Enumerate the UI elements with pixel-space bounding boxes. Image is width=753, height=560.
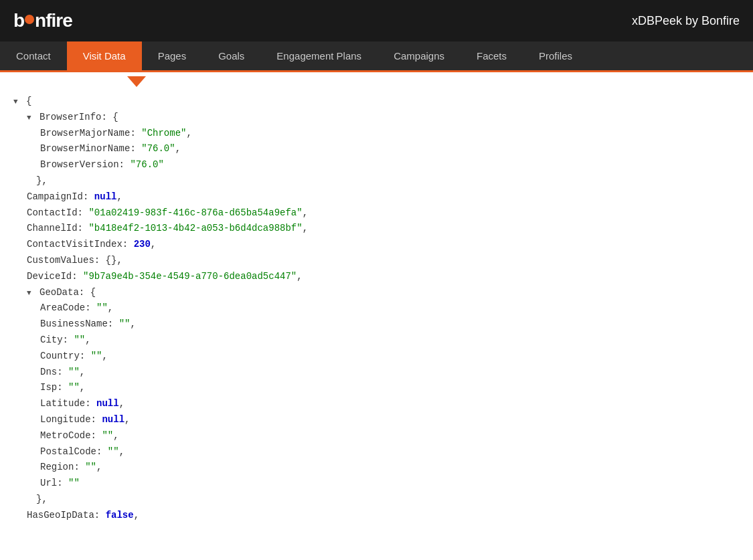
root-toggle[interactable]: ▼ (13, 98, 18, 106)
url: Url: "" (13, 476, 740, 492)
area-code: AreaCode: "", (13, 300, 740, 316)
business-name: BusinessName: "", (13, 316, 740, 333)
campaign-id: CampaignId: null, (13, 189, 740, 205)
root-open: ▼ { (13, 94, 740, 110)
nav-item-visit-data[interactable]: Visit Data (67, 41, 142, 70)
logo-text-b: b (13, 10, 24, 31)
nav-item-pages[interactable]: Pages (142, 41, 203, 70)
down-arrow-icon (127, 76, 146, 87)
browser-version: BrowserVersion: "76.0" (13, 157, 740, 173)
has-geo-ip-data: HasGeoIpData: false, (13, 508, 740, 524)
metro-code: MetroCode: "", (13, 428, 740, 444)
nav-item-campaigns[interactable]: Campaigns (378, 41, 461, 70)
header: bnfire xDBPeek by Bonfire (0, 0, 753, 41)
custom-values: CustomValues: {}, (13, 253, 740, 269)
nav-item-contact[interactable]: Contact (0, 41, 67, 70)
contact-visit-index: ContactVisitIndex: 230, (13, 237, 740, 253)
dns: Dns: "", (13, 365, 740, 381)
postal-code: PostalCode: "", (13, 444, 740, 460)
nav-item-engagement-plans[interactable]: Engagement Plans (260, 41, 378, 70)
browser-minor-name: BrowserMinorName: "76.0", (13, 141, 740, 157)
nav-item-profiles[interactable]: Profiles (523, 41, 588, 70)
nav-item-facets[interactable]: Facets (461, 41, 523, 70)
region: Region: "", (13, 460, 740, 476)
nav-item-goals[interactable]: Goals (202, 41, 260, 70)
geo-data-toggle[interactable]: ▼ (27, 289, 31, 297)
logo: bnfire (13, 10, 72, 31)
browser-info-open: ▼ BrowserInfo: { (13, 110, 740, 126)
browser-info-toggle[interactable]: ▼ (27, 114, 31, 122)
device-id: DeviceId: "9b7a9e4b-354e-4549-a770-6dea0… (13, 269, 740, 285)
nav-bar: Contact Visit Data Pages Goals Engagemen… (0, 41, 753, 72)
country: Country: "", (13, 349, 740, 365)
longitude: Longitude: null, (13, 412, 740, 428)
latitude: Latitude: null, (13, 396, 740, 412)
app-title: xDBPeek by Bonfire (632, 14, 740, 28)
geo-data-open: ▼ GeoData: { (13, 285, 740, 301)
browser-major-name: BrowserMajorName: "Chrome", (13, 126, 740, 142)
city: City: "", (13, 333, 740, 349)
contact-id: ContactId: "01a02419-983f-416c-876a-d65b… (13, 205, 740, 221)
isp: Isp: "", (13, 380, 740, 396)
active-tab-indicator (0, 72, 753, 88)
logo-dot-icon (25, 15, 34, 24)
json-content: ▼ { ▼ BrowserInfo: { BrowserMajorName: "… (0, 88, 753, 537)
logo-text-nfire: nfire (35, 10, 72, 31)
channel-id: ChannelId: "b418e4f2-1013-4b42-a053-b6d4… (13, 221, 740, 237)
browser-info-close: }, (13, 173, 740, 189)
geo-data-close: }, (13, 492, 740, 508)
